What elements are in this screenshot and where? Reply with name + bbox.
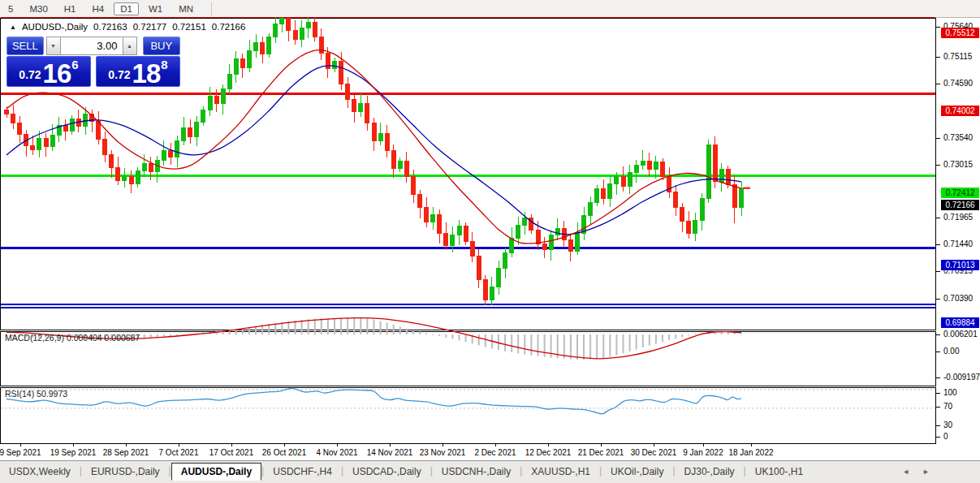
chart-tab-usdcad-daily[interactable]: USDCAD-,Daily bbox=[343, 464, 430, 480]
timeframe-button-h4[interactable]: H4 bbox=[85, 2, 110, 15]
svg-text:12 Dec 2021: 12 Dec 2021 bbox=[525, 448, 572, 457]
volume-decrease-button[interactable]: ▼ bbox=[46, 37, 61, 55]
axis-tick-label: 0.75115 bbox=[943, 52, 980, 61]
svg-text:28 Sep 2021: 28 Sep 2021 bbox=[103, 448, 149, 457]
tab-scroll-arrows: ◄► bbox=[902, 468, 930, 476]
chart-header: ▲ AUDUSD-,Daily 0.721630.721770.721510.7… bbox=[10, 22, 245, 32]
mt4-window: 5M30H1H4D1W1MN 9 Sep 202119 Sep 202128 S… bbox=[0, 0, 980, 483]
ohlc-close: 0.72166 bbox=[212, 22, 246, 32]
chart-tab-ukoil-daily[interactable]: UKOil-,Daily bbox=[602, 464, 672, 480]
svg-text:9 Sep 2021: 9 Sep 2021 bbox=[0, 448, 41, 457]
chart-tab-xauusd-h1[interactable]: XAUUSD-,H1 bbox=[522, 464, 599, 480]
svg-text:19 Sep 2021: 19 Sep 2021 bbox=[50, 448, 97, 457]
timeframe-button-m30[interactable]: M30 bbox=[23, 2, 54, 15]
axis-tick-label: 0.70390 bbox=[943, 294, 980, 303]
sell-price-prefix: 0.72 bbox=[19, 68, 41, 81]
axis-tick-label: 70 bbox=[943, 402, 980, 411]
volume-input[interactable] bbox=[61, 37, 123, 55]
sell-price-big: 16 bbox=[43, 62, 71, 85]
buy-price-pip: 8 bbox=[161, 58, 167, 71]
sell-button[interactable]: SELL bbox=[6, 37, 44, 55]
macd-values: 0.000404 0.000687 bbox=[67, 333, 140, 343]
chart-tab-audusd-daily[interactable]: AUDUSD-,Daily bbox=[171, 463, 261, 481]
chart-symbol-label: AUDUSD-,Daily bbox=[22, 22, 88, 32]
tab-scroll-left-icon[interactable]: ◄ bbox=[902, 468, 909, 476]
ohlc-open: 0.72163 bbox=[93, 22, 127, 32]
svg-text:26 Oct 2021: 26 Oct 2021 bbox=[262, 448, 307, 457]
svg-text:2 Dec 2021: 2 Dec 2021 bbox=[474, 448, 516, 457]
svg-text:7 Oct 2021: 7 Oct 2021 bbox=[159, 448, 199, 457]
timeframe-button-d1[interactable]: D1 bbox=[114, 2, 139, 15]
chart-tab-uk100-h1[interactable]: UK100-,H1 bbox=[746, 464, 812, 480]
chart-tab-usdx-weekly[interactable]: USDX,Weekly bbox=[0, 464, 80, 480]
axis-tick-label: 0.71965 bbox=[943, 213, 980, 222]
chart-tab-bar: USDX,Weekly|EURUSD-,Daily|AUDUSD-,Daily|… bbox=[0, 460, 980, 483]
timeframe-button-w1[interactable]: W1 bbox=[142, 2, 169, 15]
axis-tick-label: 0 bbox=[943, 432, 980, 441]
collapse-triangle-icon[interactable]: ▲ bbox=[10, 24, 16, 31]
chart-tab-eurusd-daily[interactable]: EURUSD-,Daily bbox=[82, 464, 169, 480]
price-level-tag: 0.69884 bbox=[941, 317, 979, 328]
axis-tick-label: 0.74590 bbox=[943, 79, 980, 88]
axis-tick-label: -0.009197 bbox=[943, 373, 980, 382]
axis-tick-label: 100 bbox=[943, 388, 980, 397]
volume-increase-button[interactable]: ▲ bbox=[123, 37, 137, 55]
svg-text:14 Nov 2021: 14 Nov 2021 bbox=[367, 448, 413, 457]
svg-text:21 Dec 2021: 21 Dec 2021 bbox=[578, 448, 624, 457]
rsi-label: RSI(14) 50.9973 bbox=[5, 389, 67, 399]
svg-text:17 Oct 2021: 17 Oct 2021 bbox=[209, 448, 254, 457]
axis-tick-label: 0.00 bbox=[943, 347, 980, 356]
buy-price-big: 18 bbox=[132, 62, 161, 85]
sell-price-pip: 6 bbox=[71, 58, 78, 71]
buy-price-prefix: 0.72 bbox=[108, 68, 130, 81]
timeframe-button-mn[interactable]: MN bbox=[172, 2, 200, 15]
ohlc-high: 0.72177 bbox=[133, 22, 167, 32]
chart-tab-usdchf-h4[interactable]: USDCHF-,H4 bbox=[264, 464, 341, 480]
price-level-tag: 0.72166 bbox=[941, 200, 979, 210]
axis-tick-marks bbox=[936, 27, 940, 437]
tab-scroll-right-icon[interactable]: ► bbox=[922, 468, 930, 476]
timeframe-button-5[interactable]: 5 bbox=[2, 2, 19, 15]
sell-price-box[interactable]: 0.72 16 6 bbox=[6, 56, 91, 87]
rsi-value: 50.9973 bbox=[37, 389, 67, 399]
svg-text:9 Jan 2022: 9 Jan 2022 bbox=[683, 448, 723, 457]
chart-tab-usdcnh-daily[interactable]: USDCNH-,Daily bbox=[433, 464, 520, 480]
axis-tick-label: 0.73540 bbox=[943, 133, 980, 142]
price-level-tag: 0.72412 bbox=[941, 188, 979, 198]
chart-tab-dj30-daily[interactable]: DJ30-,Daily bbox=[676, 464, 744, 480]
buy-button[interactable]: BUY bbox=[143, 37, 180, 55]
time-axis: 9 Sep 202119 Sep 202128 Sep 20217 Oct 20… bbox=[0, 443, 774, 457]
macd-label: MACD(12,26,9) 0.000404 0.000687 bbox=[5, 333, 140, 343]
axis-tick-label: 0.71440 bbox=[943, 239, 980, 248]
timeframe-toolbar: 5M30H1H4D1W1MN bbox=[0, 0, 980, 18]
axis-tick-label: 30 bbox=[943, 420, 980, 429]
svg-text:23 Nov 2021: 23 Nov 2021 bbox=[420, 448, 466, 457]
one-click-trading-panel: SELL ▼ ▲ BUY 0.72 16 6 0.72 18 8 bbox=[6, 37, 180, 85]
svg-text:4 Nov 2021: 4 Nov 2021 bbox=[316, 448, 358, 457]
buy-price-box[interactable]: 0.72 18 8 bbox=[96, 56, 180, 87]
price-level-tag: 0.74002 bbox=[941, 106, 979, 116]
axis-tick-label: 0.73015 bbox=[943, 160, 980, 169]
svg-text:18 Jan 2022: 18 Jan 2022 bbox=[728, 448, 773, 457]
axis-tick-label: 0.006201 bbox=[943, 330, 980, 339]
price-level-tag: 0.75512 bbox=[941, 28, 979, 38]
ohlc-low: 0.72151 bbox=[172, 22, 206, 32]
timeframe-button-h1[interactable]: H1 bbox=[58, 2, 83, 15]
toolbar-separator bbox=[211, 2, 212, 15]
svg-text:30 Dec 2021: 30 Dec 2021 bbox=[631, 448, 677, 457]
price-level-tag: 0.71013 bbox=[941, 260, 979, 270]
